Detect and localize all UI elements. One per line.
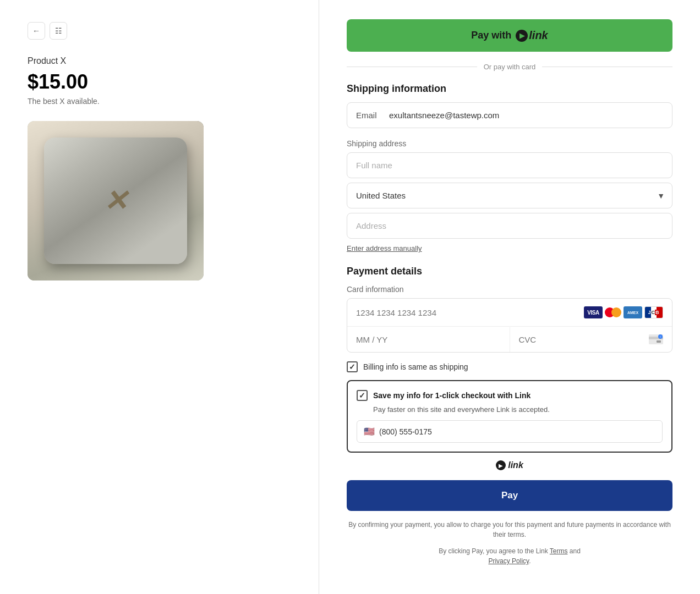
shipping-address-label: Shipping address [347, 139, 672, 148]
link-brand-text: link [508, 460, 523, 470]
card-number-input[interactable] [356, 308, 584, 317]
product-name: Product X [28, 56, 291, 66]
save-info-box: ✓ Save my info for 1-click checkout with… [347, 380, 672, 453]
save-info-header: ✓ Save my info for 1-click checkout with… [357, 390, 663, 401]
or-pay-with-card-text: Or pay with card [484, 63, 536, 71]
shipping-section-title: Shipping information [347, 83, 672, 95]
billing-same-label: Billing info is same as shipping [363, 362, 468, 371]
phone-input-row: 🇺🇸 [357, 420, 663, 443]
link-logo-text: link [529, 29, 548, 42]
product-description: The best X available. [28, 97, 291, 106]
card-number-row: VISA AMEX JCB [347, 299, 672, 327]
product-price: $15.00 [28, 70, 291, 94]
cvc-input[interactable] [519, 335, 649, 344]
left-panel: ← ☷ Product X $15.00 The best X availabl… [0, 0, 319, 594]
billing-same-checkbox-row: ✓ Billing info is same as shipping [347, 361, 672, 372]
terms-link[interactable]: Terms [550, 547, 568, 555]
payment-section-title: Payment details [347, 266, 672, 277]
expiry-input[interactable] [347, 327, 510, 352]
svg-rect-2 [657, 340, 661, 343]
product-image: ✕ [28, 121, 204, 280]
grid-button[interactable]: ☷ [50, 22, 67, 40]
checkmark-icon: ✓ [349, 362, 356, 371]
card-info-label: Card information [347, 285, 672, 294]
pay-with-link-button[interactable]: Pay with ▶ link [347, 19, 672, 52]
email-label: Email [356, 111, 389, 120]
card-expiry-cvc-row: i [347, 327, 672, 352]
confirmation-text: By confirming your payment, you allow to… [347, 520, 672, 540]
svg-text:i: i [660, 335, 660, 338]
save-info-checkbox[interactable]: ✓ [357, 390, 368, 401]
divider-line-right [542, 67, 672, 67]
divider: Or pay with card [347, 63, 672, 71]
pay-with-text: Pay with [471, 30, 511, 41]
card-icons: VISA AMEX JCB [584, 306, 663, 318]
us-flag-icon: 🇺🇸 [364, 426, 375, 437]
terms-text: By clicking Pay, you agree to the Link T… [347, 546, 672, 566]
pay-button-label: Pay [501, 490, 518, 501]
email-field-wrapper: Email exultantsneeze@tastewp.com [347, 102, 672, 128]
billing-same-checkbox[interactable]: ✓ [347, 361, 358, 372]
phone-input[interactable] [379, 427, 655, 436]
save-info-checkmark-icon: ✓ [359, 391, 365, 400]
amex-icon: AMEX [624, 306, 642, 318]
link-circle-icon: ▶ [516, 30, 528, 42]
email-value: exultantsneeze@tastewp.com [389, 111, 499, 120]
link-logo: ▶ link [516, 29, 548, 42]
mastercard-icon [605, 307, 621, 317]
terms-before-text: By clicking Pay, you agree to the Link [439, 547, 548, 555]
pay-button[interactable]: Pay [347, 480, 672, 511]
terms-and-text: and [570, 547, 581, 555]
address-input[interactable] [347, 213, 672, 239]
product-x-mark: ✕ [103, 184, 128, 217]
right-panel: Pay with ▶ link Or pay with card Shippin… [319, 0, 700, 594]
enter-address-manually-link[interactable]: Enter address manually [347, 244, 422, 252]
link-brand-circle-icon: ▶ [496, 460, 506, 470]
cvc-card-icon: i [649, 334, 663, 344]
country-select-wrapper: United States Canada United Kingdom Aust… [347, 183, 672, 208]
card-info-wrapper: VISA AMEX JCB [347, 298, 672, 353]
country-select[interactable]: United States Canada United Kingdom Aust… [347, 183, 672, 208]
privacy-policy-link[interactable]: Privacy Policy [488, 557, 529, 565]
divider-line-left [347, 67, 477, 67]
link-branding: ▶ link [347, 460, 672, 470]
nav-buttons: ← ☷ [28, 22, 291, 40]
full-name-input[interactable] [347, 152, 672, 178]
jcb-icon: JCB [644, 306, 663, 318]
back-button[interactable]: ← [28, 22, 45, 40]
cvc-row: i [510, 327, 672, 352]
visa-icon: VISA [584, 306, 603, 318]
save-info-title: Save my info for 1-click checkout with L… [373, 391, 531, 400]
save-info-description: Pay faster on this site and everywhere L… [373, 405, 663, 414]
